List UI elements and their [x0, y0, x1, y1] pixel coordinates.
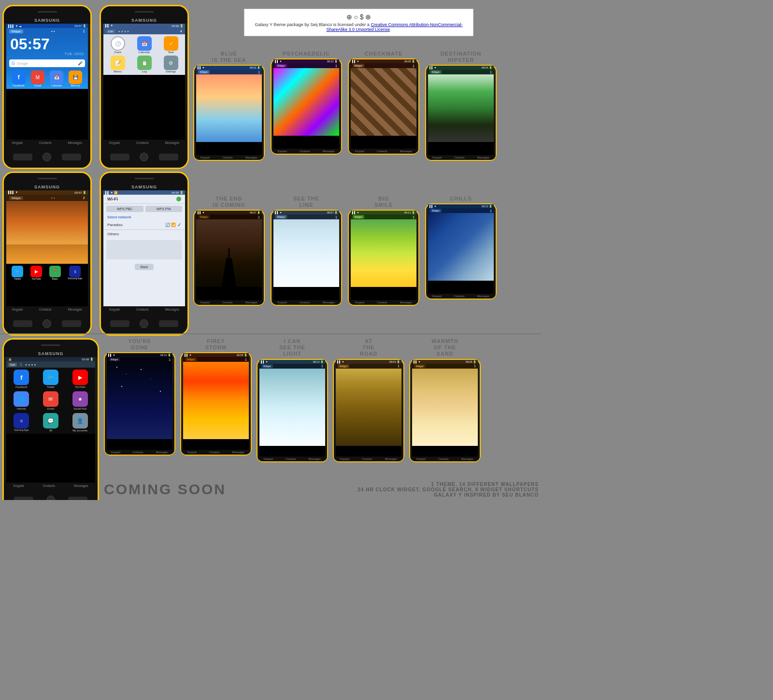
p4-left-btn[interactable]	[110, 320, 129, 327]
p2-home-btn[interactable]	[140, 153, 148, 161]
t12-messages[interactable]: Messages	[385, 457, 397, 460]
t8-contacts[interactable]: Contacts	[454, 295, 465, 298]
p3-nav-messages[interactable]: Messages	[68, 308, 82, 311]
p4-wps-pin[interactable]: WPS PIN	[145, 206, 183, 212]
t8-messages[interactable]: Messages	[477, 295, 489, 298]
p1-search-bar[interactable]: G Google 🎤	[9, 59, 85, 67]
p2-calendar[interactable]: 📅 Calendar	[132, 36, 157, 54]
p3-nav-contacts[interactable]: Contacts	[39, 308, 52, 311]
t10-messages[interactable]: Messages	[232, 451, 244, 454]
p1-nav-contacts[interactable]: Contacts	[39, 141, 52, 144]
t6-messages[interactable]: Messages	[323, 301, 335, 304]
p2-log[interactable]: 📋 Log	[132, 56, 157, 73]
p5-right-btn[interactable]	[68, 497, 87, 500]
p4-right-btn[interactable]	[159, 320, 178, 327]
p3-left-btn[interactable]	[13, 320, 32, 327]
t4-contacts[interactable]: Contacts	[454, 156, 465, 159]
t3-keypad[interactable]: Keypad	[355, 150, 364, 153]
p5-nav-contacts[interactable]: Contacts	[43, 484, 55, 487]
p5-my-accounts[interactable]: 👤 My accounts	[67, 413, 93, 432]
p4-nav-keypad[interactable]: Keypad	[109, 308, 120, 311]
t3-messages[interactable]: Messages	[400, 150, 412, 153]
p5-nav-keypad[interactable]: Keypad	[13, 484, 24, 487]
t13-keypad[interactable]: Keypad	[416, 457, 426, 460]
p5-twitter[interactable]: 🐦 Twitter	[38, 370, 64, 388]
p5-samsung-apps[interactable]: S Samsung Apps	[8, 413, 35, 432]
t5-messages[interactable]: Messages	[245, 301, 258, 304]
p5-nav-messages[interactable]: Messages	[74, 484, 88, 487]
p3-twitter[interactable]: 🐦 Twitter	[12, 266, 23, 280]
p3-samsung-apps[interactable]: S Samsung Apps	[68, 266, 82, 280]
p1-app-gmail[interactable]: M Gmail	[31, 71, 44, 87]
p2-left-btn[interactable]	[110, 154, 129, 160]
t8-keypad[interactable]: Keypad	[432, 295, 442, 298]
t6-keypad[interactable]: Keypad	[278, 301, 287, 304]
p1-left-btn[interactable]	[13, 154, 32, 160]
t12-contacts[interactable]: Contacts	[362, 457, 372, 460]
p4-home-btn[interactable]	[140, 319, 148, 328]
t4-keypad[interactable]: Keypad	[432, 156, 442, 159]
p1-app-calendar[interactable]: 📅 Calendar	[50, 71, 63, 87]
license-link[interactable]: Creative Commons Attribution-NonCommerci…	[326, 22, 462, 32]
p1-right-btn[interactable]	[62, 154, 81, 160]
t3-contacts[interactable]: Contacts	[377, 150, 387, 153]
t10-contacts[interactable]: Contacts	[209, 451, 220, 454]
p5-social-hub[interactable]: ★ Social Hub	[67, 391, 93, 410]
p2-settings[interactable]: ⚙ Settings	[158, 56, 183, 73]
p4-nav-messages[interactable]: Messages	[165, 308, 179, 311]
p3-right-btn[interactable]	[62, 320, 81, 327]
p3-youtube[interactable]: ▶ YouTube	[30, 266, 42, 280]
p2-nav-contacts[interactable]: Contacts	[136, 141, 149, 144]
t2-messages[interactable]: Messages	[323, 150, 335, 153]
p2-memo[interactable]: 📝 Memo	[105, 56, 130, 73]
p3-maps[interactable]: 📍 Maps	[49, 266, 61, 280]
t5-contacts[interactable]: Contacts	[222, 301, 233, 304]
p1-app-facebook[interactable]: f Facebook	[12, 71, 26, 87]
p5-internet[interactable]: 🌐 Internet	[8, 391, 35, 410]
p1-home-btn[interactable]	[43, 153, 51, 161]
p5-home-btn[interactable]	[46, 496, 55, 500]
p4-nav-contacts[interactable]: Contacts	[136, 308, 149, 311]
p5-im[interactable]: 💬 IM	[38, 413, 64, 432]
t5-keypad[interactable]: Keypad	[200, 301, 210, 304]
p1-nav-messages[interactable]: Messages	[68, 141, 82, 144]
t7-messages[interactable]: Messages	[400, 301, 412, 304]
p2-task[interactable]: ✓ Task	[158, 36, 183, 54]
p5-left-btn[interactable]	[14, 497, 33, 500]
t9-keypad[interactable]: Keypad	[111, 451, 120, 454]
t12-keypad[interactable]: Keypad	[340, 457, 349, 460]
t4-messages[interactable]: Messages	[477, 156, 489, 159]
p3-nav-keypad[interactable]: Keypad	[12, 308, 23, 311]
p1-nav-keypad[interactable]: Keypad	[12, 141, 23, 144]
p5-edit-btn[interactable]: Edit	[8, 363, 17, 367]
t11-messages[interactable]: Messages	[309, 457, 321, 460]
p5-email[interactable]: ✉ Email	[38, 391, 64, 410]
t6-contacts[interactable]: Contacts	[300, 301, 310, 304]
p2-nav-keypad[interactable]: Keypad	[109, 141, 120, 144]
p2-clock[interactable]: 🕐 Clock	[105, 36, 130, 54]
t11-contacts[interactable]: Contacts	[286, 457, 296, 460]
t1-messages[interactable]: Messages	[245, 156, 258, 159]
p4-wps-pbc[interactable]: WPS PBC	[106, 206, 143, 212]
t13-contacts[interactable]: Contacts	[438, 457, 449, 460]
p4-back-btn[interactable]: Back	[135, 264, 154, 270]
t7-contacts[interactable]: Contacts	[377, 301, 387, 304]
p2-edit-btn[interactable]: Edit	[106, 29, 115, 33]
p4-network-paradiso[interactable]: Paradiso 🔄 📶 ✓	[103, 220, 185, 230]
p5-facebook[interactable]: f Facebook	[8, 370, 35, 388]
t9-messages[interactable]: Messages	[156, 451, 168, 454]
p2-right-btn[interactable]	[159, 154, 178, 160]
t7-keypad[interactable]: Keypad	[355, 301, 364, 304]
p2-nav-messages[interactable]: Messages	[165, 141, 179, 144]
p3-home-btn[interactable]	[43, 319, 51, 328]
t1-keypad[interactable]: Keypad	[200, 156, 210, 159]
t2-contacts[interactable]: Contacts	[300, 150, 310, 153]
p1-app-memory[interactable]: 💾 Memory	[69, 71, 82, 87]
p5-youtube[interactable]: ▶ YouTube	[67, 370, 93, 388]
t10-keypad[interactable]: Keypad	[187, 451, 197, 454]
p4-others[interactable]: Others	[103, 230, 185, 238]
t13-messages[interactable]: Messages	[461, 457, 473, 460]
t11-keypad[interactable]: Keypad	[264, 457, 273, 460]
t2-keypad[interactable]: Keypad	[278, 150, 287, 153]
t1-contacts[interactable]: Contacts	[222, 156, 233, 159]
